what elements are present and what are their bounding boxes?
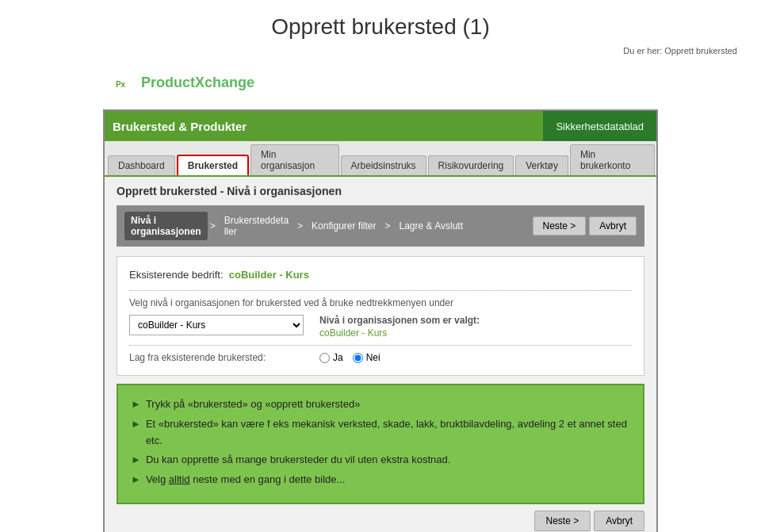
dotted-divider-2 <box>129 345 632 346</box>
info-text-4: Velg alltid neste med en gang i dette bi… <box>146 472 346 488</box>
wizard-bar: Nivå iorganisasjonen > Brukersteddetalle… <box>117 205 644 247</box>
radio-nei-option[interactable]: Nei <box>353 352 380 363</box>
wizard-step-3: Konfigurer filter <box>305 217 382 235</box>
wizard-arrow-3: > <box>384 220 390 232</box>
selected-info-label: Nivå i organisasjonen som er valgt: <box>319 315 632 326</box>
form-instruction: Velg nivå i organisasjonen for brukerste… <box>129 297 632 308</box>
bottom-avbryt-button[interactable]: Avbryt <box>594 511 644 531</box>
tab-dashboard[interactable]: Dashboard <box>108 155 175 175</box>
logo-xchange: Xchange <box>195 75 254 90</box>
logo: Px ProductXchange <box>103 65 254 100</box>
eksisterende-bedrift-value[interactable]: coBuilder - Kurs <box>229 269 309 281</box>
wizard-steps: Nivå iorganisasjonen > Brukersteddetalle… <box>124 212 469 240</box>
wizard-step-4: Lagre & Avslutt <box>393 217 470 235</box>
app-header: Brukersted & Produkter Sikkerhetsdatabla… <box>105 111 656 141</box>
radio-ja[interactable] <box>319 353 330 363</box>
dotted-divider-1 <box>129 290 632 291</box>
logo-area: Px ProductXchange <box>0 59 761 109</box>
selected-info-col: Nivå i organisasjonen som er valgt: coBu… <box>319 315 632 339</box>
organisasjon-select[interactable]: coBuilder - Kurs <box>129 315 304 335</box>
wizard-arrow-2: > <box>297 220 303 232</box>
wizard-neste-button[interactable]: Neste > <box>533 216 587 235</box>
info-box-item-2: ► Et «brukersted» kan være f eks mekanis… <box>131 416 630 450</box>
lag-fra-row: Lag fra eksisterende brukersted: Ja Nei <box>129 352 632 363</box>
wizard-buttons: Neste > Avbryt <box>533 216 637 235</box>
selected-info-value: coBuilder - Kurs <box>319 327 632 339</box>
svg-text:Px: Px <box>116 80 126 89</box>
breadcrumb: Du er her: Opprett brukersted <box>0 44 761 59</box>
select-col: coBuilder - Kurs <box>129 315 304 335</box>
wizard-avbryt-button[interactable]: Avbryt <box>589 216 637 235</box>
info-text-2: Et «brukersted» kan være f eks mekanisk … <box>146 416 630 450</box>
app-window: Brukersted & Produkter Sikkerhetsdatabla… <box>103 109 658 532</box>
radio-ja-label: Ja <box>333 352 343 363</box>
radio-group: Ja Nei <box>319 352 380 363</box>
tab-brukersted[interactable]: Brukersted <box>177 155 249 175</box>
arrow-icon-1: ► <box>131 396 141 413</box>
arrow-icon-2: ► <box>131 416 141 450</box>
info-text-3: Du kan opprette så mange brukersteder du… <box>146 452 450 469</box>
eksisterende-bedrift-label: Eksisterende bedrift: <box>129 269 224 281</box>
info-text-1: Trykk på «brukersted» og «opprett bruker… <box>146 396 361 413</box>
radio-nei-label: Nei <box>366 352 380 363</box>
eksisterende-bedrift: Eksisterende bedrift: coBuilder - Kurs <box>129 269 632 281</box>
nav-tabs: Dashboard Brukersted Min organisasjon Ar… <box>105 141 656 177</box>
lag-fra-label: Lag fra eksisterende brukersted: <box>129 352 304 363</box>
wizard-step-2: Brukersteddetaller <box>218 212 295 240</box>
bottom-neste-button[interactable]: Neste > <box>534 511 591 531</box>
info-box-item-4: ► Velg alltid neste med en gang i dette … <box>131 472 630 488</box>
info-box: ► Trykk på «brukersted» og «opprett bruk… <box>117 384 644 504</box>
bottom-buttons: Neste > Avbryt <box>117 511 644 531</box>
arrow-icon-3: ► <box>131 452 141 469</box>
logo-product: Product <box>141 75 195 90</box>
content-area: Opprett brukersted - Nivå i organisasjon… <box>105 177 656 532</box>
info-box-item-1: ► Trykk på «brukersted» og «opprett bruk… <box>131 396 630 413</box>
alltid-underline: alltid <box>169 473 190 485</box>
tab-arbeidsinstruks[interactable]: Arbeidsinstruks <box>341 155 426 175</box>
sikkerhetsdatablad-button[interactable]: Sikkerhetsdatablad <box>543 111 656 141</box>
form-row: coBuilder - Kurs Nivå i organisasjonen s… <box>129 315 632 339</box>
wizard-step-1: Nivå iorganisasjonen <box>124 212 208 240</box>
app-header-title: Brukersted & Produkter <box>113 120 247 133</box>
tab-risikovurdering[interactable]: Risikovurdering <box>428 155 514 175</box>
tab-min-organisasjon[interactable]: Min organisasjon <box>250 144 338 175</box>
tab-min-brukerkonto[interactable]: Min brukerkonto <box>570 144 655 175</box>
logo-icon: Px <box>103 65 138 100</box>
arrow-icon-4: ► <box>131 472 141 488</box>
wizard-arrow-1: > <box>210 220 216 232</box>
radio-nei[interactable] <box>353 353 363 363</box>
form-area: Eksisterende bedrift: coBuilder - Kurs V… <box>117 256 644 376</box>
tab-verktoy[interactable]: Verktøy <box>515 155 568 175</box>
logo-text: ProductXchange <box>141 75 254 91</box>
info-box-item-3: ► Du kan opprette så mange brukersteder … <box>131 452 630 469</box>
page-title: Opprett brukersted (1) <box>0 0 761 44</box>
radio-ja-option[interactable]: Ja <box>319 352 343 363</box>
section-title: Opprett brukersted - Nivå i organisasjon… <box>117 185 644 197</box>
